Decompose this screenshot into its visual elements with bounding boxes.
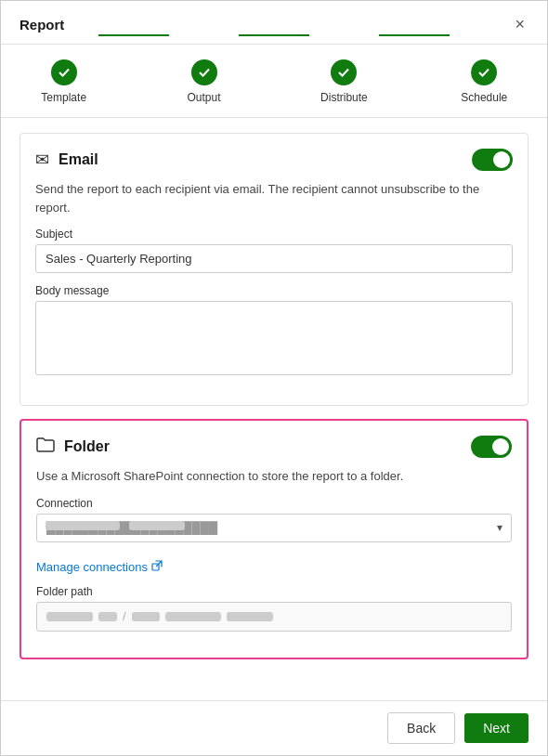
folder-path-label: Folder path — [36, 585, 512, 598]
steps-bar: Template Output Distribute — [1, 45, 547, 118]
check-icon-template — [58, 66, 71, 79]
folder-toggle[interactable] — [471, 436, 512, 458]
folder-title-group: Folder — [36, 437, 110, 458]
body-group: Body message — [35, 284, 513, 379]
folder-description: Use a Microsoft SharePoint connection to… — [36, 467, 512, 486]
connection-label: Connection — [36, 497, 512, 510]
dialog-title: Report — [20, 17, 64, 33]
folder-path-group: Folder path / — [36, 585, 512, 632]
body-label: Body message — [35, 284, 513, 297]
connection-select[interactable]: ████████████████████ — [36, 514, 512, 542]
subject-input[interactable] — [35, 244, 513, 273]
connection-select-wrapper: ████████████████████ ▾ — [36, 514, 512, 542]
step-schedule-label: Schedule — [461, 91, 507, 104]
step-output-circle — [191, 59, 217, 85]
email-description: Send the report to each recipient via em… — [35, 180, 513, 216]
step-schedule[interactable]: Schedule — [450, 59, 519, 104]
step-distribute[interactable]: Distribute — [309, 59, 379, 104]
folder-section-header: Folder — [36, 436, 512, 458]
step-schedule-circle — [471, 59, 497, 85]
folder-path-display: / — [36, 602, 512, 632]
subject-label: Subject — [35, 228, 513, 241]
manage-connections-link[interactable]: Manage connections — [36, 560, 163, 574]
folder-section: Folder Use a Microsoft SharePoint connec… — [20, 419, 528, 659]
check-icon-distribute — [337, 66, 350, 79]
step-line-1 — [98, 34, 168, 36]
step-line-3 — [379, 34, 449, 36]
dialog-footer: Back Next — [1, 700, 547, 755]
next-button[interactable]: Next — [464, 713, 528, 743]
email-title-group: ✉ Email — [35, 150, 98, 170]
step-line-2 — [239, 34, 308, 36]
dialog-header: Report × — [1, 1, 547, 45]
step-template-circle — [51, 59, 77, 85]
check-icon-schedule — [477, 66, 490, 79]
folder-section-title: Folder — [64, 438, 110, 455]
close-button[interactable]: × — [511, 14, 528, 34]
step-template[interactable]: Template — [29, 59, 98, 104]
folder-icon — [36, 437, 55, 458]
check-icon-output — [198, 66, 211, 79]
email-section-title: Email — [59, 151, 98, 168]
subject-group: Subject — [35, 228, 513, 273]
email-section-header: ✉ Email — [35, 149, 513, 171]
step-distribute-label: Distribute — [320, 91, 368, 104]
report-dialog: Report × Template Output — [0, 0, 548, 756]
step-output[interactable]: Output — [169, 59, 239, 104]
connection-group: Connection ████████████████████ ▾ — [36, 497, 512, 547]
step-distribute-circle — [331, 59, 357, 85]
steps-container: Template Output Distribute — [20, 59, 528, 104]
body-textarea[interactable] — [35, 301, 513, 375]
email-icon: ✉ — [35, 150, 49, 170]
step-template-label: Template — [41, 91, 86, 104]
email-toggle[interactable] — [472, 149, 513, 171]
email-section: ✉ Email Send the report to each recipien… — [20, 133, 528, 406]
dialog-body: ✉ Email Send the report to each recipien… — [1, 118, 547, 700]
manage-connections-label: Manage connections — [36, 560, 148, 574]
external-link-icon — [151, 560, 163, 573]
back-button[interactable]: Back — [387, 712, 455, 744]
step-output-label: Output — [188, 91, 221, 104]
